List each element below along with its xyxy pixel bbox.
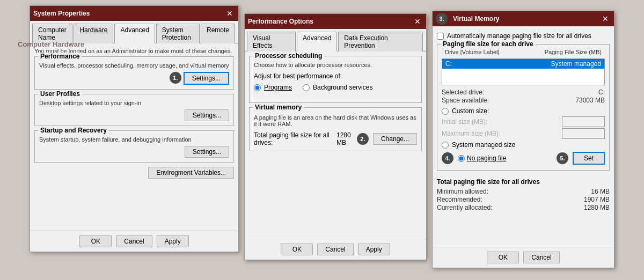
background-label: Background services xyxy=(313,84,372,91)
startup-settings-row: Settings... xyxy=(39,146,229,158)
win2-content: Processor scheduling Choose how to alloc… xyxy=(245,51,426,239)
title-bar-1: System Properties ✕ xyxy=(30,6,238,21)
tab-advanced[interactable]: Advanced xyxy=(114,24,155,43)
recommended-row: Recommended: 1907 MB xyxy=(437,196,610,203)
win2-apply-button[interactable]: Apply xyxy=(358,244,390,255)
env-variables-button[interactable]: Envirogment Variables... xyxy=(148,167,234,179)
user-profiles-desc: Desktop settings related to your sign-in xyxy=(39,100,229,106)
custom-size-radio[interactable] xyxy=(442,108,449,115)
drive-list: C: System managed xyxy=(442,58,605,85)
tab-hardware[interactable]: Hardware xyxy=(74,24,113,43)
no-paging-file-radio[interactable] xyxy=(458,155,465,162)
win2-tab-bar: Visual Effects Advanced Data Execution P… xyxy=(245,29,426,51)
processor-scheduling-desc: Choose how to allocate processor resourc… xyxy=(254,62,417,68)
col-drive: Drive [Volume Label] xyxy=(445,49,500,55)
startup-settings-button[interactable]: Settings... xyxy=(185,146,229,158)
title-bar-2: Performance Options ✕ xyxy=(245,14,426,29)
selected-drive-row: Selected drive: C: xyxy=(442,89,605,96)
win3-content: Automatically manage paging file size fo… xyxy=(433,26,614,247)
min-allowed-row: Minimum allowed: 16 MB xyxy=(437,188,610,195)
currently-allocated-row: Currently allocated: 1280 MB xyxy=(437,204,610,211)
min-allowed-label: Minimum allowed: xyxy=(437,188,488,195)
drive-column-headers: Drive [Volume Label] Paging File Size (M… xyxy=(442,48,605,56)
initial-size-row: Initial size (MB): xyxy=(442,116,605,127)
recommended-label: Recommended: xyxy=(437,196,482,203)
programs-option[interactable]: Programs xyxy=(254,84,292,91)
win1-cancel-button[interactable]: Cancel xyxy=(116,235,152,247)
col-size: Paging File Size (MB) xyxy=(545,49,602,55)
set-button[interactable]: Set xyxy=(573,152,605,165)
system-managed-label: System managed size xyxy=(452,141,515,149)
user-profiles-settings-row: Settings... xyxy=(39,109,229,121)
initial-size-input[interactable] xyxy=(562,116,605,127)
win1-close-button[interactable]: ✕ xyxy=(224,8,235,19)
tab-visual-effects[interactable]: Visual Effects xyxy=(247,32,296,51)
programs-radio[interactable] xyxy=(254,84,261,91)
title-bar-3: 3. Virtual Memory ✕ xyxy=(433,11,614,26)
performance-settings-row: 1. Settings... xyxy=(39,72,229,85)
tab-dep[interactable]: Data Execution Prevention xyxy=(338,32,423,51)
startup-recovery-label: Startup and Recovery xyxy=(38,127,109,134)
win2-close-button[interactable]: ✕ xyxy=(412,16,423,27)
space-available-row: Space available: 73003 MB xyxy=(442,97,605,104)
virtual-memory-section: Virtual memory A paging file is an area … xyxy=(249,107,422,151)
total-paging-value: 1280 MB xyxy=(336,131,357,146)
background-radio[interactable] xyxy=(303,84,310,91)
step5-circle: 5. xyxy=(557,152,568,164)
win1-ok-button[interactable]: OK xyxy=(79,235,112,247)
background-services-option[interactable]: Background services xyxy=(303,84,372,91)
drive-item-c[interactable]: C: System managed xyxy=(442,59,604,69)
processor-scheduling-section: Processor scheduling Choose how to alloc… xyxy=(249,56,422,103)
win2-cancel-button[interactable]: Cancel xyxy=(317,244,353,255)
win1-apply-button[interactable]: Apply xyxy=(157,235,189,247)
performance-desc: Visual effects, processor scheduling, me… xyxy=(39,62,229,69)
paging-info-section: Total paging file size for all drives Mi… xyxy=(437,175,610,211)
performance-options-window: Performance Options ✕ Visual Effects Adv… xyxy=(244,13,427,260)
selected-drive-label: Selected drive: xyxy=(442,89,484,96)
system-properties-window: System Properties ✕ Computer Name Hardwa… xyxy=(30,5,239,252)
space-available-value: 73003 MB xyxy=(575,97,605,104)
tab-advanced-perf[interactable]: Advanced xyxy=(297,32,337,51)
initial-size-label: Initial size (MB): xyxy=(442,118,487,126)
tab-remote[interactable]: Remote xyxy=(201,24,235,43)
virtual-memory-desc: A paging file is an area on the hard dis… xyxy=(254,114,417,127)
selected-drive-value: C: xyxy=(598,89,605,96)
no-paging-file-row[interactable]: 4. No paging file xyxy=(442,152,506,164)
min-allowed-value: 16 MB xyxy=(591,188,610,195)
auto-manage-checkbox[interactable] xyxy=(437,33,444,40)
max-size-input[interactable] xyxy=(562,128,605,139)
startup-recovery-section: Startup and Recovery System startup, sys… xyxy=(34,130,234,163)
win3-ok-button[interactable]: OK xyxy=(487,252,519,263)
custom-size-row[interactable]: Custom size: xyxy=(442,107,605,115)
change-button[interactable]: Change... xyxy=(373,133,417,145)
virtual-memory-label: Virtual memory xyxy=(253,104,304,111)
custom-size-label: Custom size: xyxy=(452,107,489,115)
win3-bottom-buttons: OK Cancel xyxy=(433,247,614,268)
win1-title: System Properties xyxy=(33,10,90,17)
win1-content: You must be logged on as an Administrato… xyxy=(30,43,238,231)
user-profiles-section: User Profiles Desktop settings related t… xyxy=(34,94,234,126)
system-managed-radio[interactable] xyxy=(442,142,449,149)
processor-scheduling-label: Processor scheduling xyxy=(253,52,324,60)
win2-ok-button[interactable]: OK xyxy=(281,244,313,255)
programs-label: Programs xyxy=(264,84,292,91)
tab-system-protection[interactable]: System Protection xyxy=(156,24,200,43)
system-managed-row[interactable]: System managed size xyxy=(442,141,605,149)
win1-bottom-buttons: OK Cancel Apply xyxy=(30,231,238,252)
perf-label: Adjust for best performance of: xyxy=(254,72,417,80)
drive-status: System managed xyxy=(551,60,601,68)
performance-label: Performance xyxy=(38,53,82,60)
performance-section: Performance Visual effects, processor sc… xyxy=(34,56,234,90)
performance-settings-button[interactable]: Settings... xyxy=(184,72,229,85)
win3-close-button[interactable]: ✕ xyxy=(600,13,611,24)
win3-cancel-button[interactable]: Cancel xyxy=(523,252,559,263)
total-paging-label: Total paging file size for all drives: xyxy=(254,131,330,146)
user-profiles-settings-button[interactable]: Settings... xyxy=(185,109,229,121)
max-size-label: Maximum size (MB): xyxy=(442,130,500,137)
step2-circle: 2. xyxy=(357,133,369,145)
step1-circle: 1. xyxy=(170,72,181,84)
startup-recovery-desc: System startup, system failure, and debu… xyxy=(39,136,229,143)
auto-manage-row[interactable]: Automatically manage paging file size fo… xyxy=(437,32,610,40)
virtual-memory-window: 3. Virtual Memory ✕ Automatically manage… xyxy=(432,11,614,268)
tab-computer-name[interactable]: Computer Name xyxy=(32,24,72,43)
